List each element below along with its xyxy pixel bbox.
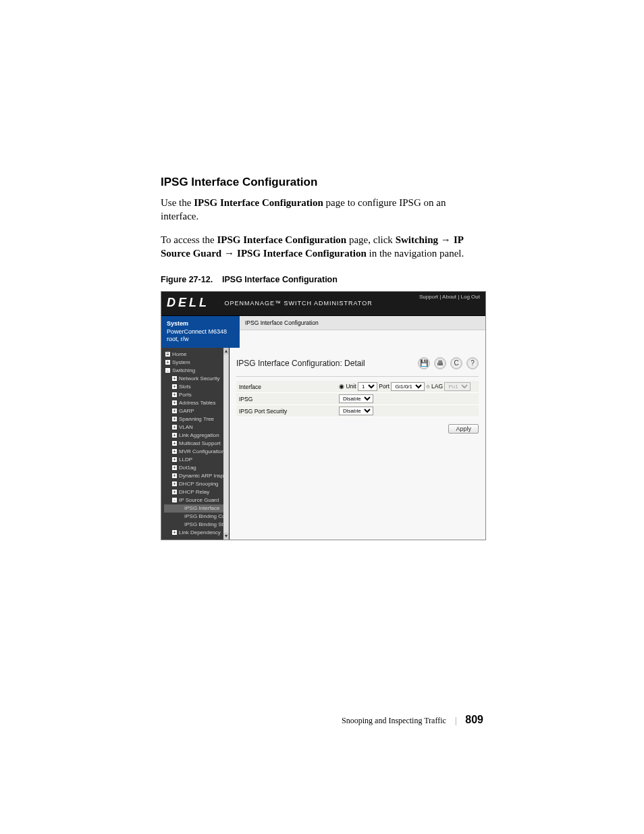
sidebar-item[interactable]: +System xyxy=(164,359,229,367)
sidebar-item-label: Address Tables xyxy=(179,400,216,406)
sidebar-item[interactable]: +GARP xyxy=(164,407,229,415)
save-icon[interactable]: 💾 xyxy=(418,357,430,369)
footer-section: Snooping and Inspecting Traffic xyxy=(342,716,446,725)
plus-icon[interactable]: + xyxy=(172,473,177,478)
intro-paragraph: Use the IPSG Interface Configuration pag… xyxy=(161,196,483,224)
sidebar-item[interactable]: +Slots xyxy=(164,383,229,391)
lag-label: LAG xyxy=(431,383,443,390)
sidebar-item[interactable]: IPSG Interface xyxy=(164,504,229,513)
sidebar-item[interactable]: +VLAN xyxy=(164,423,229,432)
plus-icon[interactable]: + xyxy=(172,490,177,494)
interface-label: Interface xyxy=(236,381,336,393)
minus-icon[interactable]: - xyxy=(172,498,177,502)
sidebar-item[interactable]: -Switching xyxy=(164,367,229,375)
content-area: IPSG Interface Configuration: Detail 💾 🖶… xyxy=(230,348,485,540)
sys-line2: PowerConnect M6348 xyxy=(167,328,227,335)
sidebar-item[interactable]: +Ports xyxy=(164,391,229,399)
print-icon[interactable]: 🖶 xyxy=(434,357,446,369)
sidebar-item[interactable]: IPSG Binding St xyxy=(164,521,229,529)
ipsg-select[interactable]: Disable xyxy=(339,394,373,403)
sidebar-item[interactable]: +DHCP Relay xyxy=(164,488,229,496)
sidebar-item[interactable]: +Address Tables xyxy=(164,399,229,407)
sidebar-item-label: Dot1ag xyxy=(179,465,196,471)
plus-icon[interactable]: + xyxy=(172,392,177,397)
ipsg-port-security-row: IPSG Port Security Disable xyxy=(236,405,479,417)
apply-button[interactable]: Apply xyxy=(448,424,479,434)
scroll-down-icon[interactable]: ▾ xyxy=(223,533,229,540)
unit-radio[interactable]: ◉ Unit xyxy=(339,383,356,390)
plus-icon[interactable]: + xyxy=(165,360,170,365)
arrow-1: → xyxy=(441,234,454,245)
figure-label: Figure 27-12. xyxy=(161,275,213,284)
sidebar-item-label: DHCP Snooping xyxy=(179,481,219,487)
plus-icon[interactable]: + xyxy=(172,433,177,438)
refresh-icon[interactable]: C xyxy=(450,357,462,369)
sidebar-item[interactable]: +Link Aggregation xyxy=(164,432,229,440)
interface-row: Interface ◉ Unit 1 Port Gi1/0/1 ○ LAG Po… xyxy=(236,381,479,393)
access-paragraph: To access the IPSG Interface Configurati… xyxy=(161,233,483,261)
help-icon[interactable]: ? xyxy=(466,357,479,369)
sidebar-item-label: Multicast Support xyxy=(179,440,221,446)
sidebar-item[interactable]: +DHCP Snooping xyxy=(164,480,229,488)
unit-label: Unit xyxy=(346,383,356,390)
app-header: Support | About | Log Out DELL OPENMANAG… xyxy=(161,292,485,316)
sidebar-item[interactable]: -IP Source Guard xyxy=(164,496,229,504)
sidebar-item[interactable]: ≡Home xyxy=(164,350,229,359)
header-links[interactable]: Support | About | Log Out xyxy=(419,294,480,300)
plus-icon[interactable]: + xyxy=(172,400,177,405)
nav-sidebar[interactable]: ≡Home+System-Switching+Network Security+… xyxy=(161,348,230,540)
access-tail: in the navigation panel. xyxy=(369,248,464,259)
port-label: Port xyxy=(379,383,390,390)
breadcrumb: IPSG Interface Configuration xyxy=(240,316,485,330)
sidebar-item-label: IP Source Guard xyxy=(179,497,219,503)
sidebar-item-label: System xyxy=(172,359,190,365)
access-pre: To access the xyxy=(161,234,217,245)
home-icon[interactable]: ≡ xyxy=(165,352,170,357)
system-info-box: System PowerConnect M6348 root, r/w xyxy=(161,316,240,348)
sidebar-item-label: IPSG Binding Co xyxy=(184,513,225,519)
ipsg-ps-select[interactable]: Disable xyxy=(339,407,373,415)
sidebar-item[interactable]: +Network Security xyxy=(164,375,229,383)
sidebar-scrollbar[interactable]: ▴ ▾ xyxy=(223,348,229,540)
plus-icon[interactable]: + xyxy=(172,376,177,381)
plus-icon[interactable]: + xyxy=(172,417,177,421)
ipsg-label: IPSG xyxy=(236,393,336,405)
intro-pre: Use the xyxy=(161,197,194,208)
sidebar-item-label: Link Aggregation xyxy=(179,432,219,438)
plus-icon[interactable]: + xyxy=(172,457,177,462)
plus-icon[interactable]: + xyxy=(172,425,177,429)
sidebar-item-label: LLDP xyxy=(179,457,192,463)
sidebar-item[interactable]: +Dynamic ARP Inspec xyxy=(164,472,229,480)
sidebar-item[interactable]: +Spanning Tree xyxy=(164,415,229,423)
plus-icon[interactable]: + xyxy=(172,409,177,413)
plus-icon[interactable]: + xyxy=(172,481,177,486)
sidebar-item[interactable]: +LLDP xyxy=(164,456,229,464)
plus-icon[interactable]: + xyxy=(172,384,177,389)
lag-radio[interactable]: ○ LAG xyxy=(427,383,444,390)
plus-icon[interactable]: + xyxy=(172,530,177,535)
plus-icon[interactable]: + xyxy=(172,441,177,446)
lag-select[interactable]: Po1 xyxy=(444,382,471,391)
interface-form-table: Interface ◉ Unit 1 Port Gi1/0/1 ○ LAG Po… xyxy=(236,381,479,417)
arrow-2: → xyxy=(224,247,237,259)
page-footer: Snooping and Inspecting Traffic | 809 xyxy=(342,714,483,726)
sidebar-item[interactable]: IPSG Binding Co xyxy=(164,513,229,521)
unit-select[interactable]: 1 xyxy=(358,382,377,391)
intro-bold-page: IPSG Interface Configuration xyxy=(194,197,323,208)
sidebar-item-label: Ports xyxy=(179,392,192,398)
minus-icon[interactable]: - xyxy=(165,368,170,373)
scroll-up-icon[interactable]: ▴ xyxy=(223,348,229,355)
detail-title: IPSG Interface Configuration: Detail xyxy=(236,359,365,368)
access-b1: IPSG Interface Configuration xyxy=(217,234,347,245)
ipsg-row: IPSG Disable xyxy=(236,393,479,405)
port-select[interactable]: Gi1/0/1 xyxy=(391,382,425,391)
plus-icon[interactable]: + xyxy=(172,449,177,454)
access-b4: IPSG Interface Configuration xyxy=(237,248,367,259)
screenshot-figure: Support | About | Log Out DELL OPENMANAG… xyxy=(161,291,486,540)
sidebar-item[interactable]: +MVR Configuration xyxy=(164,448,229,456)
access-b2: Switching xyxy=(396,234,438,245)
sidebar-item[interactable]: +Multicast Support xyxy=(164,440,229,448)
sidebar-item[interactable]: +Dot1ag xyxy=(164,464,229,472)
plus-icon[interactable]: + xyxy=(172,465,177,470)
sidebar-item[interactable]: +Link Dependency xyxy=(164,529,229,537)
